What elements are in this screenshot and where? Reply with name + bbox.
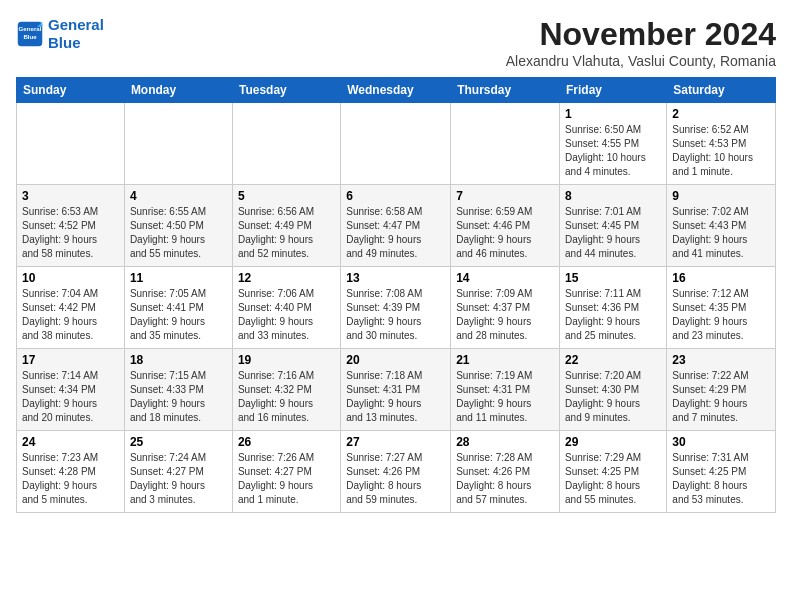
day-detail: Sunrise: 7:20 AM Sunset: 4:30 PM Dayligh… — [565, 369, 661, 425]
logo: General Blue General Blue — [16, 16, 104, 52]
page-header: General Blue General Blue November 2024 … — [16, 16, 776, 69]
day-detail: Sunrise: 7:29 AM Sunset: 4:25 PM Dayligh… — [565, 451, 661, 507]
day-detail: Sunrise: 7:28 AM Sunset: 4:26 PM Dayligh… — [456, 451, 554, 507]
week-row-4: 17Sunrise: 7:14 AM Sunset: 4:34 PM Dayli… — [17, 349, 776, 431]
calendar-cell: 6Sunrise: 6:58 AM Sunset: 4:47 PM Daylig… — [341, 185, 451, 267]
calendar-cell: 26Sunrise: 7:26 AM Sunset: 4:27 PM Dayli… — [232, 431, 340, 513]
day-number: 4 — [130, 189, 227, 203]
calendar-cell — [124, 103, 232, 185]
day-detail: Sunrise: 7:05 AM Sunset: 4:41 PM Dayligh… — [130, 287, 227, 343]
calendar-cell: 21Sunrise: 7:19 AM Sunset: 4:31 PM Dayli… — [451, 349, 560, 431]
calendar-cell: 15Sunrise: 7:11 AM Sunset: 4:36 PM Dayli… — [560, 267, 667, 349]
day-number: 20 — [346, 353, 445, 367]
calendar-cell: 11Sunrise: 7:05 AM Sunset: 4:41 PM Dayli… — [124, 267, 232, 349]
weekday-header-thursday: Thursday — [451, 78, 560, 103]
calendar-cell — [341, 103, 451, 185]
day-detail: Sunrise: 7:02 AM Sunset: 4:43 PM Dayligh… — [672, 205, 770, 261]
day-detail: Sunrise: 7:11 AM Sunset: 4:36 PM Dayligh… — [565, 287, 661, 343]
day-number: 8 — [565, 189, 661, 203]
calendar-cell: 28Sunrise: 7:28 AM Sunset: 4:26 PM Dayli… — [451, 431, 560, 513]
day-detail: Sunrise: 7:26 AM Sunset: 4:27 PM Dayligh… — [238, 451, 335, 507]
day-number: 16 — [672, 271, 770, 285]
calendar-cell: 9Sunrise: 7:02 AM Sunset: 4:43 PM Daylig… — [667, 185, 776, 267]
day-detail: Sunrise: 7:16 AM Sunset: 4:32 PM Dayligh… — [238, 369, 335, 425]
weekday-header-row: SundayMondayTuesdayWednesdayThursdayFrid… — [17, 78, 776, 103]
day-detail: Sunrise: 7:27 AM Sunset: 4:26 PM Dayligh… — [346, 451, 445, 507]
week-row-5: 24Sunrise: 7:23 AM Sunset: 4:28 PM Dayli… — [17, 431, 776, 513]
day-detail: Sunrise: 7:01 AM Sunset: 4:45 PM Dayligh… — [565, 205, 661, 261]
day-detail: Sunrise: 7:24 AM Sunset: 4:27 PM Dayligh… — [130, 451, 227, 507]
day-number: 22 — [565, 353, 661, 367]
day-number: 21 — [456, 353, 554, 367]
day-number: 10 — [22, 271, 119, 285]
day-detail: Sunrise: 7:15 AM Sunset: 4:33 PM Dayligh… — [130, 369, 227, 425]
calendar-cell — [17, 103, 125, 185]
day-number: 30 — [672, 435, 770, 449]
day-number: 23 — [672, 353, 770, 367]
title-block: November 2024 Alexandru Vlahuta, Vaslui … — [506, 16, 776, 69]
day-number: 15 — [565, 271, 661, 285]
weekday-header-sunday: Sunday — [17, 78, 125, 103]
day-number: 19 — [238, 353, 335, 367]
calendar-cell: 10Sunrise: 7:04 AM Sunset: 4:42 PM Dayli… — [17, 267, 125, 349]
week-row-1: 1Sunrise: 6:50 AM Sunset: 4:55 PM Daylig… — [17, 103, 776, 185]
calendar-cell: 8Sunrise: 7:01 AM Sunset: 4:45 PM Daylig… — [560, 185, 667, 267]
calendar-cell: 17Sunrise: 7:14 AM Sunset: 4:34 PM Dayli… — [17, 349, 125, 431]
calendar-cell: 7Sunrise: 6:59 AM Sunset: 4:46 PM Daylig… — [451, 185, 560, 267]
weekday-header-saturday: Saturday — [667, 78, 776, 103]
day-number: 13 — [346, 271, 445, 285]
calendar-table: SundayMondayTuesdayWednesdayThursdayFrid… — [16, 77, 776, 513]
day-number: 12 — [238, 271, 335, 285]
day-number: 14 — [456, 271, 554, 285]
calendar-cell: 4Sunrise: 6:55 AM Sunset: 4:50 PM Daylig… — [124, 185, 232, 267]
calendar-cell: 12Sunrise: 7:06 AM Sunset: 4:40 PM Dayli… — [232, 267, 340, 349]
calendar-cell — [451, 103, 560, 185]
day-detail: Sunrise: 7:12 AM Sunset: 4:35 PM Dayligh… — [672, 287, 770, 343]
day-detail: Sunrise: 7:08 AM Sunset: 4:39 PM Dayligh… — [346, 287, 445, 343]
day-number: 3 — [22, 189, 119, 203]
calendar-cell: 20Sunrise: 7:18 AM Sunset: 4:31 PM Dayli… — [341, 349, 451, 431]
week-row-2: 3Sunrise: 6:53 AM Sunset: 4:52 PM Daylig… — [17, 185, 776, 267]
calendar-cell: 29Sunrise: 7:29 AM Sunset: 4:25 PM Dayli… — [560, 431, 667, 513]
day-detail: Sunrise: 7:14 AM Sunset: 4:34 PM Dayligh… — [22, 369, 119, 425]
weekday-header-friday: Friday — [560, 78, 667, 103]
day-detail: Sunrise: 6:58 AM Sunset: 4:47 PM Dayligh… — [346, 205, 445, 261]
svg-text:Blue: Blue — [23, 33, 37, 40]
weekday-header-monday: Monday — [124, 78, 232, 103]
day-number: 2 — [672, 107, 770, 121]
day-number: 7 — [456, 189, 554, 203]
calendar-cell: 14Sunrise: 7:09 AM Sunset: 4:37 PM Dayli… — [451, 267, 560, 349]
day-detail: Sunrise: 6:50 AM Sunset: 4:55 PM Dayligh… — [565, 123, 661, 179]
day-detail: Sunrise: 7:31 AM Sunset: 4:25 PM Dayligh… — [672, 451, 770, 507]
weekday-header-tuesday: Tuesday — [232, 78, 340, 103]
calendar-cell: 2Sunrise: 6:52 AM Sunset: 4:53 PM Daylig… — [667, 103, 776, 185]
location-subtitle: Alexandru Vlahuta, Vaslui County, Romani… — [506, 53, 776, 69]
day-number: 18 — [130, 353, 227, 367]
day-number: 28 — [456, 435, 554, 449]
day-number: 24 — [22, 435, 119, 449]
day-detail: Sunrise: 7:06 AM Sunset: 4:40 PM Dayligh… — [238, 287, 335, 343]
day-detail: Sunrise: 6:59 AM Sunset: 4:46 PM Dayligh… — [456, 205, 554, 261]
day-detail: Sunrise: 7:04 AM Sunset: 4:42 PM Dayligh… — [22, 287, 119, 343]
calendar-cell: 5Sunrise: 6:56 AM Sunset: 4:49 PM Daylig… — [232, 185, 340, 267]
day-number: 1 — [565, 107, 661, 121]
day-detail: Sunrise: 7:18 AM Sunset: 4:31 PM Dayligh… — [346, 369, 445, 425]
logo-icon: General Blue — [16, 20, 44, 48]
calendar-cell: 19Sunrise: 7:16 AM Sunset: 4:32 PM Dayli… — [232, 349, 340, 431]
calendar-cell: 24Sunrise: 7:23 AM Sunset: 4:28 PM Dayli… — [17, 431, 125, 513]
day-detail: Sunrise: 6:53 AM Sunset: 4:52 PM Dayligh… — [22, 205, 119, 261]
calendar-cell — [232, 103, 340, 185]
day-detail: Sunrise: 6:52 AM Sunset: 4:53 PM Dayligh… — [672, 123, 770, 179]
day-number: 29 — [565, 435, 661, 449]
calendar-cell: 16Sunrise: 7:12 AM Sunset: 4:35 PM Dayli… — [667, 267, 776, 349]
day-detail: Sunrise: 6:55 AM Sunset: 4:50 PM Dayligh… — [130, 205, 227, 261]
calendar-cell: 23Sunrise: 7:22 AM Sunset: 4:29 PM Dayli… — [667, 349, 776, 431]
day-number: 9 — [672, 189, 770, 203]
day-detail: Sunrise: 7:19 AM Sunset: 4:31 PM Dayligh… — [456, 369, 554, 425]
day-number: 17 — [22, 353, 119, 367]
day-number: 25 — [130, 435, 227, 449]
calendar-cell: 27Sunrise: 7:27 AM Sunset: 4:26 PM Dayli… — [341, 431, 451, 513]
logo-text-line1: General — [48, 16, 104, 34]
day-detail: Sunrise: 7:09 AM Sunset: 4:37 PM Dayligh… — [456, 287, 554, 343]
calendar-cell: 13Sunrise: 7:08 AM Sunset: 4:39 PM Dayli… — [341, 267, 451, 349]
